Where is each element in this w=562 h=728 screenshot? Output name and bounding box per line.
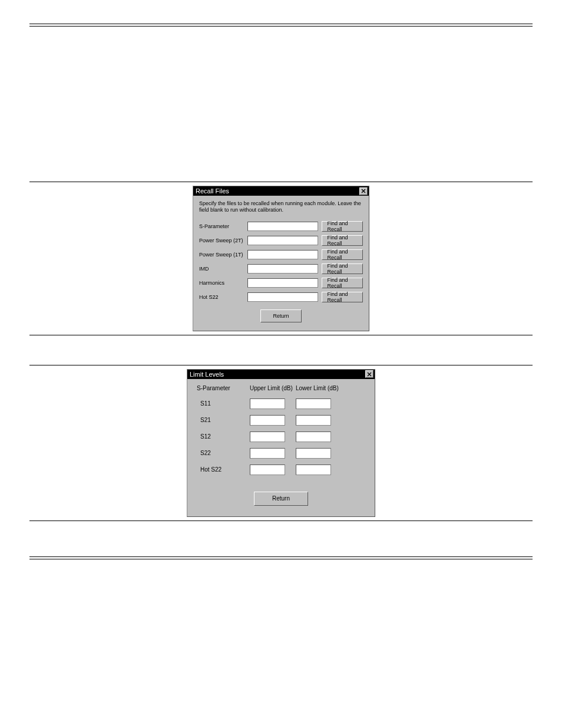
limit-row: S11	[197, 398, 365, 409]
recall-row: S-Parameter Find and Recall	[199, 221, 363, 232]
limit-row-label: S12	[197, 433, 250, 440]
limit-row-label: S11	[197, 400, 250, 407]
limit-s22-lower-input[interactable]	[296, 448, 331, 459]
figure-recall-files: Recall Files Specify the files to be rec…	[29, 182, 533, 335]
limit-upper-heading: Upper Limit (dB)	[250, 385, 296, 391]
recall-row: IMD Find and Recall	[199, 263, 363, 274]
figure-rule-bottom	[29, 335, 533, 335]
recall-files-dialog: Recall Files Specify the files to be rec…	[193, 186, 369, 331]
limit-hot-s22-upper-input[interactable]	[250, 465, 285, 475]
recall-row: Power Sweep (1T) Find and Recall	[199, 249, 363, 260]
page-top-rule-2	[29, 26, 533, 27]
limit-s12-upper-input[interactable]	[250, 431, 285, 442]
close-icon[interactable]	[359, 187, 368, 195]
limit-row-label: Hot S22	[197, 466, 250, 473]
limit-row: S21	[197, 415, 365, 426]
recall-row-label: Hot S22	[199, 294, 244, 300]
limit-title: Limit Levels	[190, 371, 224, 378]
recall-s-parameter-input[interactable]	[247, 222, 318, 231]
find-recall-button[interactable]: Find and Recall	[322, 292, 363, 302]
recall-title: Recall Files	[196, 187, 229, 195]
limit-s22-upper-input[interactable]	[250, 448, 285, 459]
limit-s21-upper-input[interactable]	[250, 415, 285, 426]
figure-limit-levels: Limit Levels S-Parameter Upper Limit (dB…	[29, 365, 533, 521]
recall-row-label: Harmonics	[199, 280, 244, 286]
page-bottom-rule-2	[29, 559, 533, 559]
recall-titlebar: Recall Files	[193, 186, 369, 196]
limit-levels-dialog: Limit Levels S-Parameter Upper Limit (dB…	[187, 369, 375, 517]
find-recall-button[interactable]: Find and Recall	[322, 221, 363, 232]
find-recall-button[interactable]: Find and Recall	[322, 278, 363, 288]
limit-row: S22	[197, 448, 365, 459]
limit-row-label: S21	[197, 417, 250, 423]
limit-row: Hot S22	[197, 465, 365, 475]
recall-instruction: Specify the files to be recalled when ru…	[199, 200, 363, 214]
limit-header-row: S-Parameter Upper Limit (dB) Lower Limit…	[197, 385, 365, 391]
limit-hot-s22-lower-input[interactable]	[296, 465, 331, 475]
limit-return-button[interactable]: Return	[254, 492, 308, 506]
limit-s12-lower-input[interactable]	[296, 431, 331, 442]
recall-return-button[interactable]: Return	[260, 309, 302, 322]
limit-left-heading: S-Parameter	[197, 385, 250, 391]
limit-s11-upper-input[interactable]	[250, 398, 285, 409]
recall-imd-input[interactable]	[247, 264, 318, 274]
page-top-rule-1	[29, 24, 533, 24]
recall-row-label: Power Sweep (2T)	[199, 238, 244, 243]
recall-power-sweep-1t-input[interactable]	[247, 250, 318, 259]
limit-s11-lower-input[interactable]	[296, 398, 331, 409]
limit-row-label: S22	[197, 450, 250, 456]
recall-harmonics-input[interactable]	[247, 278, 318, 288]
recall-row: Harmonics Find and Recall	[199, 278, 363, 288]
limit-lower-heading: Lower Limit (dB)	[296, 385, 342, 391]
recall-row-label: IMD	[199, 266, 244, 272]
recall-hot-s22-input[interactable]	[247, 292, 318, 302]
find-recall-button[interactable]: Find and Recall	[322, 249, 363, 260]
recall-power-sweep-2t-input[interactable]	[247, 236, 318, 245]
close-icon[interactable]	[365, 370, 373, 378]
figure-rule-bottom	[29, 521, 533, 521]
limit-row: S12	[197, 431, 365, 442]
find-recall-button[interactable]: Find and Recall	[322, 235, 363, 246]
recall-row: Hot S22 Find and Recall	[199, 292, 363, 302]
find-recall-button[interactable]: Find and Recall	[322, 263, 363, 274]
limit-titlebar: Limit Levels	[187, 370, 375, 379]
page-bottom-rule-1	[29, 556, 533, 557]
recall-row-label: Power Sweep (1T)	[199, 252, 244, 258]
recall-row: Power Sweep (2T) Find and Recall	[199, 235, 363, 246]
limit-s21-lower-input[interactable]	[296, 415, 331, 426]
recall-row-label: S-Parameter	[199, 223, 244, 229]
